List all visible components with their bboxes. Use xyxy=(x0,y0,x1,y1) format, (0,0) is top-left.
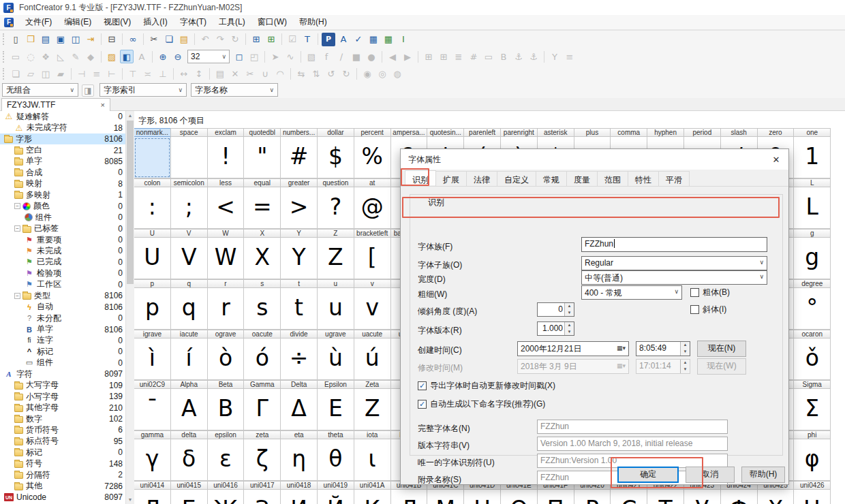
collapse-icon[interactable]: − xyxy=(14,293,20,299)
glyph-cell[interactable]: Е xyxy=(170,490,208,504)
glyph-column-header[interactable]: less xyxy=(207,178,245,187)
glyph-cell[interactable]: Ε xyxy=(317,389,354,430)
glyph-cell[interactable]: < xyxy=(207,187,245,229)
scroll-down-icon[interactable]: ▼ xyxy=(126,495,134,504)
glyph-cell[interactable]: : xyxy=(134,187,171,229)
glyph-column-header[interactable]: uni041A xyxy=(354,481,391,490)
tree-item[interactable]: 数字102 xyxy=(0,413,125,424)
glyph-cell[interactable]: Σ xyxy=(793,389,831,430)
glyph-column-header[interactable]: ocaron xyxy=(793,330,831,338)
glyph-cell[interactable]: Х xyxy=(757,490,795,504)
glyph-cell[interactable]: Й xyxy=(317,490,354,504)
glyph-column-header[interactable]: U xyxy=(134,229,171,238)
glyph-cell[interactable]: Т xyxy=(647,490,684,504)
tree-item[interactable]: 货币符号6 xyxy=(0,424,125,435)
insert-text-icon[interactable]: I xyxy=(397,33,410,46)
glyph-cell[interactable]: u xyxy=(317,288,354,330)
dialog-tab-6[interactable]: 范围 xyxy=(597,171,628,186)
glyph-column-header[interactable]: space xyxy=(170,128,208,137)
glyph-cell[interactable]: > xyxy=(280,187,318,229)
menu-item-0[interactable]: 文件(F) xyxy=(19,15,58,29)
glyph-cell[interactable]: γ xyxy=(134,439,171,481)
tree-item[interactable]: 标点符号95 xyxy=(0,436,125,447)
glyph-column-header[interactable]: Epsilon xyxy=(317,380,354,389)
tree-item[interactable]: UNUnicode8097 xyxy=(0,492,125,503)
autometrics-icon[interactable]: A xyxy=(337,33,350,46)
glyph-column-header[interactable]: divide xyxy=(280,330,318,338)
glyph-cell[interactable]: П xyxy=(537,490,574,504)
insert-glyphs-icon[interactable]: ⊞ xyxy=(249,33,263,46)
glyph-column-header[interactable]: hyphen xyxy=(647,128,684,137)
copy-icon[interactable]: ❏ xyxy=(162,33,176,46)
glyph-column-header[interactable]: X xyxy=(243,229,281,238)
tree-item[interactable]: ⚠未完成字符18 xyxy=(0,122,125,133)
dialog-tab-1[interactable]: 扩展 xyxy=(435,171,467,186)
zoom-level-combo[interactable]: 32∨ xyxy=(187,50,230,63)
paste-icon[interactable]: ▤ xyxy=(177,33,191,46)
zoom-in-icon[interactable]: ⊕ xyxy=(156,50,170,63)
glyph-cell[interactable]: М xyxy=(427,490,464,504)
italic-checkbox[interactable]: ✓ 斜体(I) xyxy=(690,304,726,315)
glyph-column-header[interactable]: ograve xyxy=(207,330,245,338)
created-date-picker[interactable]: 2000年12月21日 ▦▾ xyxy=(517,341,629,356)
glyph-column-header[interactable]: Alpha xyxy=(170,380,208,389)
glyph-column-header[interactable]: uni0417 xyxy=(243,481,281,490)
glyph-column-header[interactable]: one xyxy=(793,128,831,137)
glyph-cell[interactable]: % xyxy=(354,137,391,178)
glyph-cell[interactable]: ε xyxy=(207,439,245,481)
glyph-cell[interactable]: p xyxy=(134,288,171,330)
tree-item[interactable]: ⚑未完成0 xyxy=(0,245,125,256)
glyph-column-header[interactable]: theta xyxy=(317,430,354,439)
glyph-cell[interactable]: ! xyxy=(207,137,245,178)
glyph-column-header[interactable]: p xyxy=(134,279,171,288)
glyph-column-header[interactable]: colon xyxy=(134,178,171,187)
glyph-cell[interactable]: X xyxy=(243,238,281,279)
created-time-spinner[interactable]: 8:05:49 ▲▼ xyxy=(636,341,690,356)
insert-characters-icon[interactable]: ⊞ xyxy=(264,33,278,46)
glyph-column-header[interactable]: uni0426 xyxy=(793,481,831,490)
glyph-cell[interactable]: ú xyxy=(354,338,391,380)
tree-item[interactable]: −类型8106 xyxy=(0,290,125,301)
glyph-cell[interactable]: # xyxy=(280,137,318,178)
tree-item[interactable]: ▭组件0 xyxy=(0,358,125,368)
tree-item[interactable]: ?未分配0 xyxy=(0,313,125,324)
slope-spinner[interactable]: 0 ▲▼ xyxy=(537,302,574,317)
glyph-cell[interactable]: У xyxy=(683,490,721,504)
font-version-spinner[interactable]: 1.000 ▲▼ xyxy=(537,321,574,336)
dialog-tab-7[interactable]: 特性 xyxy=(628,171,659,186)
glyph-cell[interactable]: = xyxy=(243,187,281,229)
spinner-arrows-icon[interactable]: ▲▼ xyxy=(564,322,574,335)
dialog-tab-3[interactable]: 自定义 xyxy=(497,171,536,186)
glyph-column-header[interactable]: ugrave xyxy=(317,330,354,338)
glyph-cell[interactable]: Α xyxy=(170,389,208,430)
glyph-column-header[interactable]: ampersa... xyxy=(390,128,428,137)
save-font-icon[interactable]: ▣ xyxy=(54,33,67,46)
glyph-column-header[interactable]: q xyxy=(170,279,208,288)
glyph-cell[interactable]: Δ xyxy=(280,389,318,430)
menu-item-1[interactable]: 编辑(E) xyxy=(58,15,97,29)
glyph-cell[interactable]: ° xyxy=(793,288,831,330)
glyph-column-header[interactable]: eta xyxy=(280,430,318,439)
scrollbar-thumb[interactable] xyxy=(127,121,134,284)
glyph-column-header[interactable]: asterisk xyxy=(537,128,574,137)
glyph-cell[interactable]: Р xyxy=(574,490,611,504)
auto-naming-checkbox[interactable]: ✓ 自动生成以下命名字段(推荐)(G) xyxy=(418,398,545,410)
open-font-icon[interactable]: ❒ xyxy=(24,33,37,46)
glyph-cell[interactable]: δ xyxy=(170,439,208,481)
glyph-column-header[interactable]: uni0418 xyxy=(280,481,318,490)
glyph-cell[interactable]: ι xyxy=(354,439,391,481)
tree-item[interactable]: 其他7286 xyxy=(0,480,125,491)
fill-outline-toggle-icon[interactable]: ◧ xyxy=(120,50,134,63)
glyph-column-header[interactable]: period xyxy=(683,128,721,137)
glyph-column-header[interactable]: quotesin... xyxy=(427,128,464,137)
tree-item[interactable]: 分隔符2 xyxy=(0,469,125,480)
collapse-icon[interactable]: − xyxy=(14,225,20,232)
family-input[interactable]: FZZhun xyxy=(581,237,767,252)
tree-item[interactable]: 多映射1 xyxy=(0,189,125,200)
glyph-column-header[interactable]: uacute xyxy=(354,330,391,338)
glyph-cell[interactable]: ǒ xyxy=(793,338,831,380)
glyph-cell[interactable]: 1 xyxy=(793,137,831,178)
glyph-cell[interactable]: @ xyxy=(354,187,391,229)
glyph-cell[interactable]: t xyxy=(280,288,318,330)
scroll-up-icon[interactable]: ▲ xyxy=(126,111,134,120)
